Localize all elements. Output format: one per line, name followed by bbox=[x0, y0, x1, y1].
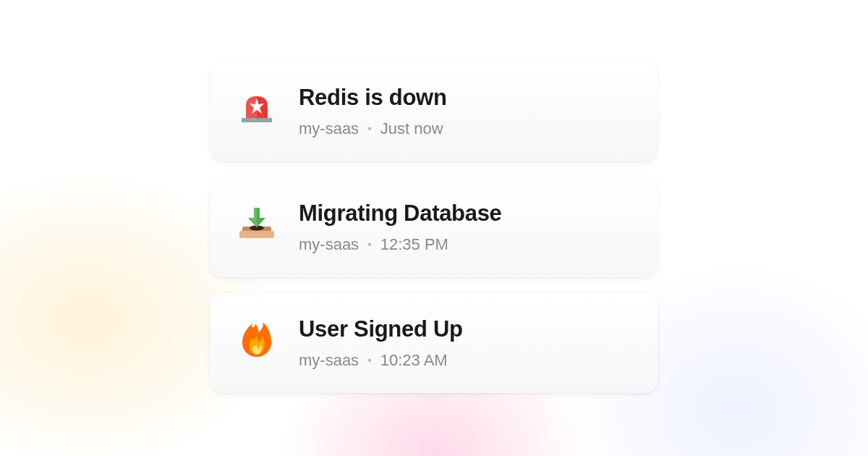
fire-icon bbox=[238, 319, 276, 357]
notification-time: 12:35 PM bbox=[380, 235, 448, 254]
notification-content: Migrating Database my-saas • 12:35 PM bbox=[299, 200, 630, 254]
notification-title: Redis is down bbox=[299, 85, 630, 111]
meta-separator: • bbox=[367, 238, 372, 251]
svg-rect-7 bbox=[254, 208, 257, 219]
notification-title: User Signed Up bbox=[299, 316, 630, 342]
notification-meta: my-saas • 12:35 PM bbox=[299, 235, 630, 254]
notification-meta: my-saas • 10:23 AM bbox=[299, 351, 630, 370]
notification-title: Migrating Database bbox=[299, 200, 630, 227]
svg-rect-3 bbox=[239, 231, 274, 238]
notification-card[interactable]: User Signed Up my-saas • 10:23 AM bbox=[210, 293, 658, 393]
notification-time: Just now bbox=[380, 119, 443, 138]
notification-content: User Signed Up my-saas • 10:23 AM bbox=[299, 316, 630, 370]
notification-meta: my-saas • Just now bbox=[299, 119, 630, 138]
notification-content: Redis is down my-saas • Just now bbox=[299, 85, 630, 138]
siren-icon bbox=[238, 88, 276, 125]
meta-separator: • bbox=[367, 122, 372, 135]
notification-card[interactable]: Redis is down my-saas • Just now bbox=[210, 62, 658, 161]
notification-project: my-saas bbox=[299, 235, 359, 254]
notification-project: my-saas bbox=[299, 351, 359, 370]
notification-time: 10:23 AM bbox=[380, 351, 448, 370]
svg-rect-0 bbox=[242, 118, 272, 122]
notification-card[interactable]: Migrating Database my-saas • 12:35 PM bbox=[210, 177, 658, 277]
meta-separator: • bbox=[367, 354, 372, 367]
notification-project: my-saas bbox=[299, 119, 359, 138]
inbox-download-icon bbox=[238, 203, 276, 241]
svg-marker-8 bbox=[248, 218, 257, 227]
